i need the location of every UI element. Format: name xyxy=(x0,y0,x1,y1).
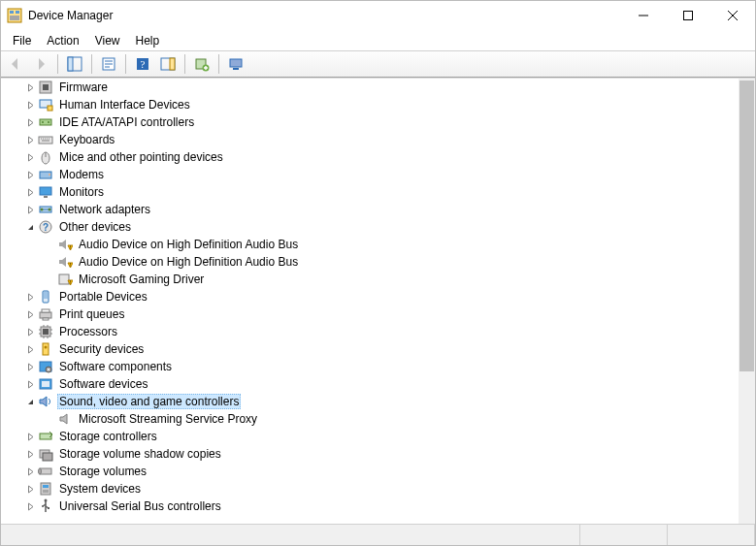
tree-collapse-icon[interactable] xyxy=(22,394,38,409)
tree-expand-icon[interactable] xyxy=(22,341,38,357)
storagectl-icon xyxy=(38,429,53,444)
generic-warn-icon: ! xyxy=(57,272,73,287)
hid-icon xyxy=(38,97,53,112)
scrollbar-thumb[interactable] xyxy=(740,80,754,371)
tree-expand-icon[interactable] xyxy=(22,97,38,112)
tree-item[interactable]: IDE ATA/ATAPI controllers xyxy=(1,113,755,131)
tree-item[interactable]: Firmware xyxy=(1,79,755,96)
tree-expand-icon[interactable] xyxy=(22,184,38,200)
tree-item-label: System devices xyxy=(57,482,143,496)
tree-expand-icon[interactable] xyxy=(22,289,38,305)
tree-item[interactable]: Mice and other pointing devices xyxy=(1,148,755,166)
tree-item[interactable]: Storage controllers xyxy=(1,428,755,445)
tree-expand-icon[interactable] xyxy=(22,167,38,182)
tree-item-label: Software devices xyxy=(57,377,149,391)
tree-item[interactable]: Human Interface Devices xyxy=(1,96,755,113)
tree-item[interactable]: Security devices xyxy=(1,340,755,358)
tree-item[interactable]: Modems xyxy=(1,166,755,183)
menu-help[interactable]: Help xyxy=(128,32,168,49)
tree-item[interactable]: !Audio Device on High Definition Audio B… xyxy=(1,253,755,271)
tree-item[interactable]: Print queues xyxy=(1,305,755,323)
maximize-button[interactable] xyxy=(666,1,710,30)
tree-expand-icon[interactable] xyxy=(22,429,38,444)
tree-expand-icon[interactable] xyxy=(22,202,38,217)
tree-item[interactable]: Storage volume shadow copies xyxy=(1,445,755,463)
tree-item[interactable]: Storage volumes xyxy=(1,463,755,480)
svg-rect-2 xyxy=(16,11,19,14)
tree-item[interactable]: Software components xyxy=(1,358,755,375)
tree-item[interactable]: ?Other devices xyxy=(1,218,755,236)
mouse-icon xyxy=(38,149,53,165)
tree-expand-icon[interactable] xyxy=(22,446,38,462)
tree-expand-icon[interactable] xyxy=(22,114,38,130)
tree-item[interactable]: !Microsoft Gaming Driver xyxy=(1,271,755,288)
toolbar-scan-hardware[interactable] xyxy=(156,52,180,76)
shadow-icon xyxy=(38,446,53,462)
toolbar-update-driver[interactable] xyxy=(190,52,214,76)
tree-item[interactable]: Universal Serial Bus controllers xyxy=(1,498,755,515)
tree-expand-icon[interactable] xyxy=(22,376,38,392)
tree-item[interactable]: Sound, video and game controllers xyxy=(1,393,755,410)
tree-expand-icon[interactable] xyxy=(22,306,38,322)
speaker-icon xyxy=(57,411,73,427)
net-icon xyxy=(38,202,53,217)
svg-point-26 xyxy=(49,174,50,176)
menubar: File Action View Help xyxy=(1,30,755,50)
tree-expand-icon[interactable] xyxy=(22,80,38,95)
menu-view[interactable]: View xyxy=(87,32,128,49)
security-icon xyxy=(38,341,53,357)
tree-item-label: IDE ATA/ATAPI controllers xyxy=(57,115,196,129)
tree-expander-none xyxy=(42,237,57,252)
tree-item[interactable]: Processors xyxy=(1,323,755,340)
svg-rect-28 xyxy=(44,196,48,198)
svg-point-52 xyxy=(48,369,49,370)
svg-text:!: ! xyxy=(70,244,71,250)
tree-item[interactable]: Microsoft Streaming Service Proxy xyxy=(1,410,755,428)
tree-item[interactable]: !Audio Device on High Definition Audio B… xyxy=(1,236,755,253)
toolbar-separator xyxy=(125,54,126,74)
tree-item[interactable]: Monitors xyxy=(1,183,755,201)
svg-rect-45 xyxy=(43,318,49,320)
toolbar-forward[interactable] xyxy=(29,52,52,76)
tree-expand-icon[interactable] xyxy=(22,464,38,479)
tree-item-label: Microsoft Streaming Service Proxy xyxy=(77,412,259,426)
statusbar-cell xyxy=(580,525,668,545)
toolbar-remote[interactable] xyxy=(224,52,247,76)
swdev-icon xyxy=(38,376,53,392)
svg-rect-1 xyxy=(10,11,14,14)
toolbar-help[interactable]: ? xyxy=(131,52,154,76)
menu-action[interactable]: Action xyxy=(39,32,86,49)
tree-item[interactable]: Software devices xyxy=(1,375,755,393)
statusbar-cell xyxy=(1,525,580,545)
tree-item[interactable]: Keyboards xyxy=(1,131,755,148)
tree-item[interactable]: Portable Devices xyxy=(1,288,755,305)
toolbar-show-hide-tree[interactable] xyxy=(63,52,86,76)
toolbar-properties[interactable] xyxy=(97,52,120,76)
svg-rect-61 xyxy=(43,485,49,488)
tree-item[interactable]: System devices xyxy=(1,480,755,498)
tree-expand-icon[interactable] xyxy=(22,132,38,147)
device-tree[interactable]: FirmwareHuman Interface DevicesIDE ATA/A… xyxy=(1,79,755,524)
svg-rect-6 xyxy=(68,57,73,71)
tree-pane: FirmwareHuman Interface DevicesIDE ATA/A… xyxy=(1,78,755,524)
svg-rect-4 xyxy=(684,12,693,20)
close-button[interactable] xyxy=(710,1,755,30)
tree-expand-icon[interactable] xyxy=(22,149,38,165)
scrollbar[interactable] xyxy=(739,79,755,524)
tree-expander-none xyxy=(42,411,57,427)
tree-item[interactable]: Network adapters xyxy=(1,201,755,218)
firmware-icon xyxy=(38,80,53,95)
tree-expand-icon[interactable] xyxy=(22,324,38,339)
tree-expand-icon[interactable] xyxy=(22,359,38,374)
tree-collapse-icon[interactable] xyxy=(22,219,38,235)
tree-expand-icon[interactable] xyxy=(22,481,38,497)
tree-item-label: Mice and other pointing devices xyxy=(57,150,225,164)
svg-rect-44 xyxy=(42,309,49,312)
toolbar-back[interactable] xyxy=(4,52,27,76)
tree-expand-icon[interactable] xyxy=(22,498,38,514)
svg-text:!: ! xyxy=(70,279,71,285)
tree-item-label: Monitors xyxy=(57,185,106,199)
menu-file[interactable]: File xyxy=(5,32,39,49)
toolbar: ? xyxy=(1,50,755,78)
minimize-button[interactable] xyxy=(621,1,666,30)
